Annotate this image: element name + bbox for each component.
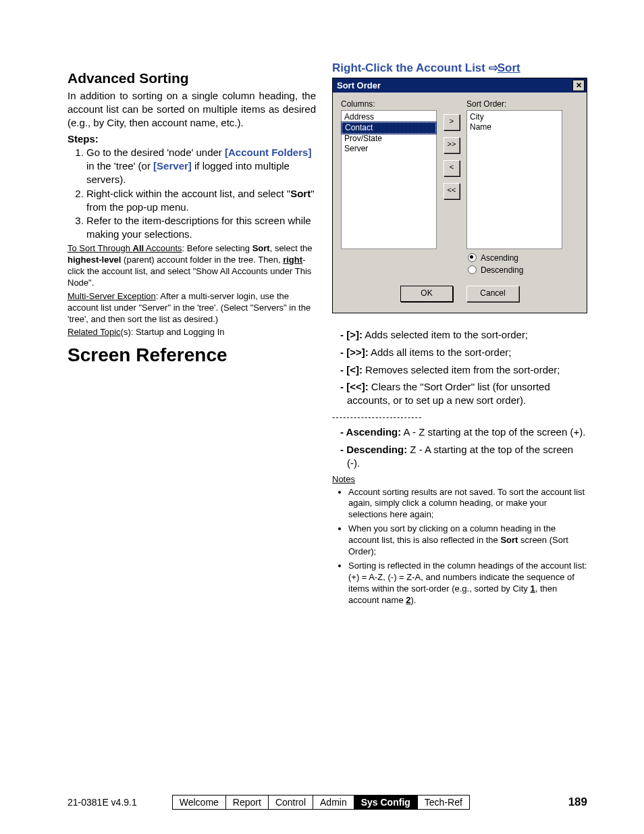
sort-order-listbox[interactable]: City Name [466,110,562,249]
note-multi-server: Multi-Server Exception: After a multi-se… [68,290,316,325]
ref-add: - [>]: Adds selected item to the sort-or… [333,328,587,342]
intro-paragraph: In addition to sorting on a single colum… [68,89,316,129]
list-item[interactable]: City [467,112,562,122]
list-item[interactable]: Prov/State [342,134,436,144]
ok-button[interactable]: OK [400,286,453,302]
step-1: Go to the desired 'node' under [Account … [86,146,316,186]
columns-listbox[interactable]: Address Contact Prov/State Server [341,110,437,249]
page-number: 189 [568,796,587,809]
tab-admin[interactable]: Admin [313,796,354,809]
ref-add-all: - [>>]: Adds all items to the sort-order… [333,346,587,359]
sort-order-dialog: Sort Order ✕ Columns: Address Contact Pr… [332,78,587,313]
steps-label: Steps: [68,133,316,145]
tab-report[interactable]: Report [226,796,269,809]
sort-order-label: Sort Order: [466,99,562,109]
ref-remove-all: - [<<]: Clears the "Sort Order" list (fo… [333,380,587,407]
list-item[interactable]: Address [342,112,436,122]
heading-right-click: Right-Click the Account List ⇨Sort [332,61,587,75]
doc-id: 21-0381E v4.9.1 [68,797,137,808]
notes-heading: Notes [332,474,587,484]
heading-advanced-sorting: Advanced Sorting [68,70,316,86]
list-item[interactable]: Server [342,144,436,154]
remove-button[interactable]: < [444,160,460,176]
cancel-button[interactable]: Cancel [466,286,519,302]
remove-all-button[interactable]: << [444,183,460,199]
ref-ascending: - Ascending: A - Z starting at the top o… [333,425,587,439]
add-button[interactable]: > [444,114,460,130]
tab-control[interactable]: Control [269,796,313,809]
tab-welcome[interactable]: Welcome [173,796,226,809]
list-item[interactable]: Contact [342,122,436,134]
ref-descending: - Descending: Z - A starting at the top … [333,443,587,470]
separator: ------------------------- [332,411,587,423]
heading-screen-reference: Screen Reference [68,344,316,366]
columns-label: Columns: [341,99,437,109]
ascending-radio[interactable]: Ascending [468,253,579,263]
footer-tabs: Welcome Report Control Admin Sys Config … [172,795,470,810]
note-item: When you sort by clicking on a column he… [348,523,587,558]
list-item[interactable]: Name [467,122,562,132]
descending-radio[interactable]: Descending [468,265,579,275]
step-3: Refer to the item-descriptions for this … [86,214,316,241]
step-2: Right-click within the account list, and… [86,187,316,214]
close-icon[interactable]: ✕ [572,80,585,91]
tab-sys-config[interactable]: Sys Config [354,796,418,809]
note-item: Sorting is reflected in the column headi… [348,561,587,606]
add-all-button[interactable]: >> [444,137,460,153]
note-all-accounts: To Sort Through All Accounts: Before sel… [68,242,316,289]
dialog-title: Sort Order [337,80,381,90]
related-topic: Related Topic(s): Startup and Logging In [68,326,316,338]
ref-remove: - [<]: Removes selected item from the so… [333,363,587,377]
tab-tech-ref[interactable]: Tech-Ref [418,796,469,809]
note-item: Account sorting results are not saved. T… [348,487,587,521]
